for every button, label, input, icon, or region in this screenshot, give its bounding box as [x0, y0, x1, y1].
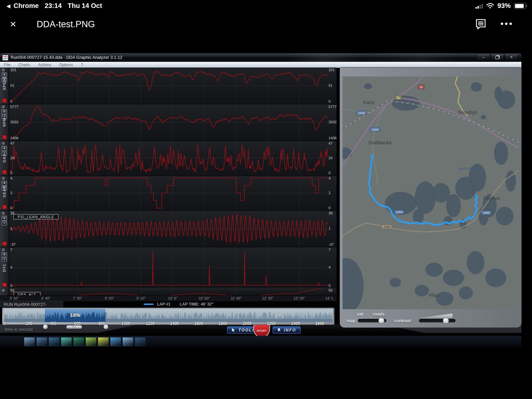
- axis-value: 0: [329, 99, 331, 103]
- map-mode-slider-thumb[interactable]: [378, 318, 384, 324]
- lap-time-label: LAP TIME: 46' 32": [180, 302, 213, 307]
- back-to-app-label[interactable]: Chrome: [14, 2, 39, 10]
- time-tick: 12' 30": [262, 296, 273, 300]
- minimize-button[interactable]: –: [477, 54, 490, 61]
- restore-button[interactable]: [491, 54, 504, 61]
- taskbar-icon[interactable]: [98, 337, 109, 346]
- close-button[interactable]: ×: [505, 54, 518, 61]
- timeline-scale-value: 1400: [170, 321, 179, 326]
- strip-s-button[interactable]: S: [2, 146, 7, 151]
- strip-close-icon[interactable]: ⊗: [2, 211, 5, 215]
- map-label: map: [346, 318, 355, 323]
- time-tick: 14' 1: [325, 296, 333, 300]
- axis-value: 7: [329, 248, 331, 252]
- contrast-slider[interactable]: [419, 319, 456, 323]
- time-tick: 7' 30": [73, 296, 82, 300]
- taskbar-icon[interactable]: [36, 337, 47, 346]
- run-file-label: RUN Run004-000727-15.43.dda: [0, 301, 63, 307]
- battery-percent: 93%: [497, 2, 511, 10]
- taskbar-icon[interactable]: [122, 337, 133, 346]
- chart-area: ⊗SISPEED101101515100⊗SIRPM57775777359235…: [0, 67, 336, 295]
- strip-close-icon[interactable]: ⊗: [2, 67, 5, 72]
- strip-s-button[interactable]: S: [2, 252, 7, 257]
- axis-value: -37: [10, 242, 16, 246]
- menu-options[interactable]: Options: [55, 63, 77, 67]
- more-options-icon[interactable]: •••: [500, 19, 513, 29]
- date: Thu 14 Oct: [68, 2, 102, 10]
- timeline-scale-value: 1600: [194, 321, 203, 326]
- menu-help[interactable]: ?: [77, 63, 87, 67]
- selection-drag-handle[interactable]: [66, 325, 82, 329]
- taskbar-icon[interactable]: [49, 337, 60, 346]
- axis-value: 4: [10, 176, 12, 180]
- map-mode-slider[interactable]: [358, 319, 386, 323]
- timeline-scale-value: 2200: [267, 321, 276, 326]
- timeline-waveform[interactable]: 18%: [4, 309, 333, 322]
- axis-value: 50: [329, 288, 332, 292]
- selection-start-handle[interactable]: [43, 324, 48, 329]
- strip-rail: ⊗SIGAS: [0, 141, 9, 175]
- axis-value: 0: [329, 206, 331, 210]
- strip-close-icon[interactable]: ⊗: [2, 104, 5, 109]
- screen: ◀ Chrome 23:14 Thu 14 Oct 93% × DDA-test…: [0, 0, 532, 399]
- viewer-header: × DDA-test.PNG •••: [0, 13, 532, 37]
- comment-icon[interactable]: [475, 19, 487, 31]
- strip-s-button[interactable]: S: [2, 109, 7, 114]
- strip-axis-label: GEAR: [2, 189, 6, 198]
- chart-strip-dtc: ⊗SIDTC774400: [0, 247, 336, 288]
- info-button[interactable]: INFO: [273, 327, 301, 333]
- strip-axis-label: DTC: [2, 263, 6, 272]
- selection-end-handle[interactable]: [103, 324, 108, 329]
- strip-color-swatch: [2, 205, 7, 209]
- strip-close-icon[interactable]: ⊗: [2, 247, 5, 252]
- road-number-badge: 1050: [483, 211, 490, 214]
- time-tick: 5' 50": [10, 296, 19, 300]
- close-icon[interactable]: ×: [10, 18, 16, 30]
- road-number-badge: 25: [420, 85, 423, 89]
- menu-actions[interactable]: Actions: [34, 63, 55, 67]
- taskbar-icon[interactable]: [135, 337, 146, 346]
- contrast-wedge: [421, 314, 453, 318]
- strip-axis-label: SPEED: [2, 81, 6, 90]
- timeline-scale-value: 2600: [316, 321, 325, 326]
- taskbar-icon[interactable]: [85, 337, 96, 346]
- window-titlebar[interactable]: Run004-000727-15.43.dda - DDA Graphic An…: [0, 53, 521, 62]
- axis-value: 101: [329, 68, 334, 72]
- strip-color-swatch: [2, 98, 7, 103]
- strip-i-button[interactable]: I: [2, 221, 7, 225]
- axis-value: 4: [10, 265, 12, 269]
- cursor-icon: [277, 328, 281, 332]
- timeline-scrubber[interactable]: 18%0200400600800100012001400160018002000…: [2, 308, 334, 325]
- map-place-label: sket: [343, 149, 351, 154]
- roads-label: roads: [373, 312, 384, 317]
- strip-close-icon[interactable]: ⊗: [2, 176, 5, 181]
- taskbar-icon[interactable]: [24, 337, 35, 346]
- menu-charts[interactable]: Charts: [14, 63, 34, 67]
- chart-strip-gps_alt: ⊗5050GPS_ALT: [0, 288, 336, 295]
- time-tick: 13' 20": [294, 296, 305, 300]
- sat-label: sat.: [357, 312, 364, 317]
- cellular-signal-icon: [475, 3, 483, 9]
- strip-s-button[interactable]: S: [2, 181, 7, 186]
- timeline-scale-value: 200: [26, 321, 32, 326]
- strip-rail: ⊗: [0, 288, 9, 295]
- strip-close-icon[interactable]: ⊗: [2, 288, 5, 293]
- taskbar-icon[interactable]: [61, 337, 72, 346]
- dda-app-window: Run004-000727-15.43.dda - DDA Graphic An…: [0, 53, 521, 336]
- lap-color-swatch: [144, 304, 154, 305]
- back-to-app-icon[interactable]: ◀: [7, 3, 10, 9]
- menu-file[interactable]: File: [0, 63, 14, 67]
- strip-s-button[interactable]: S: [2, 216, 7, 220]
- axis-value: 51: [329, 83, 332, 87]
- taskbar-icon[interactable]: [110, 337, 121, 346]
- channel-name-box[interactable]: GPS_ALT: [13, 292, 41, 295]
- strip-i-button[interactable]: I: [2, 257, 7, 262]
- map-view[interactable]: 255110181103105010501050KarisGrundsjöGra…: [342, 76, 519, 309]
- strip-close-icon[interactable]: ⊗: [2, 141, 5, 146]
- channel-name-box[interactable]: PSI_LEAN_ANGLE: [13, 214, 59, 219]
- timeline-scale-value: 1200: [146, 321, 155, 326]
- contrast-slider-thumb[interactable]: [443, 318, 449, 324]
- strip-color-swatch: [2, 241, 7, 246]
- ios-status-bar: ◀ Chrome 23:14 Thu 14 Oct 93%: [0, 0, 532, 13]
- taskbar-icon[interactable]: [73, 337, 84, 346]
